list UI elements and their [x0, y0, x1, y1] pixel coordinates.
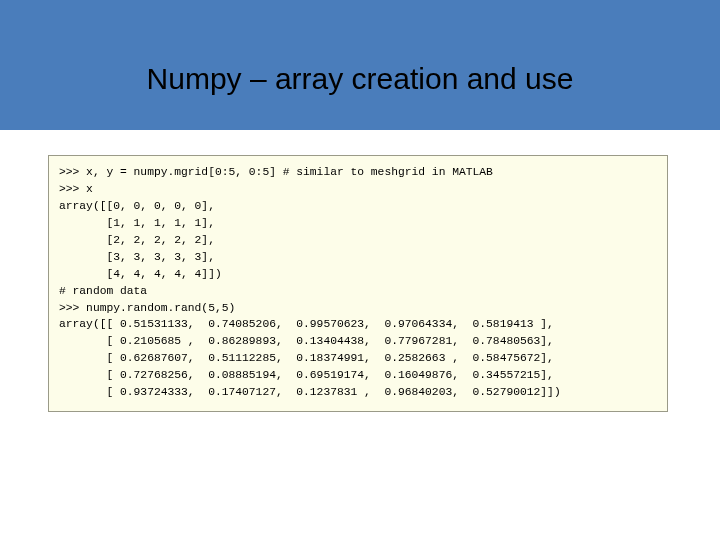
title-bar: Numpy – array creation and use [0, 0, 720, 130]
code-box: >>> x, y = numpy.mgrid[0:5, 0:5] # simil… [48, 155, 668, 412]
slide-title: Numpy – array creation and use [0, 62, 720, 96]
code-block: >>> x, y = numpy.mgrid[0:5, 0:5] # simil… [59, 164, 657, 401]
